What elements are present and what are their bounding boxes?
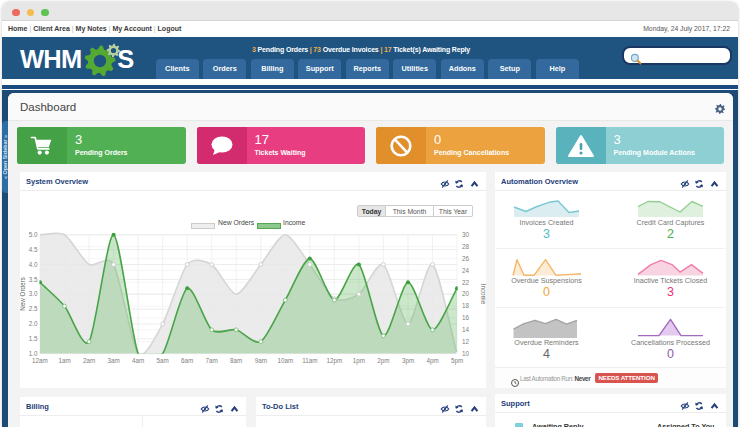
svg-text:1.0: 1.0 [29,350,38,357]
svg-text:22: 22 [462,279,470,286]
svg-text:Overdue Reminders: Overdue Reminders [514,338,579,347]
svg-text:4am: 4am [132,357,144,364]
svg-text:3pm: 3pm [402,357,414,365]
svg-text:Inactive Tickets Closed: Inactive Tickets Closed [634,276,708,285]
svg-text:2.0: 2.0 [29,320,38,327]
svg-text:0: 0 [543,285,550,299]
svg-text:9am: 9am [255,357,267,364]
svg-text:Cancellations Processed: Cancellations Processed [631,338,710,347]
svg-text:5.0: 5.0 [29,231,38,238]
svg-text:3.5: 3.5 [29,276,38,283]
svg-text:3.0: 3.0 [29,290,38,297]
svg-text:3am: 3am [107,357,119,364]
svg-text:11am: 11am [302,357,317,364]
svg-text:1pm: 1pm [353,357,365,365]
svg-text:4pm: 4pm [426,357,438,365]
svg-text:« Open Sidebar »: « Open Sidebar » [2,135,8,179]
svg-text:16: 16 [462,314,470,321]
svg-text:4.0: 4.0 [29,261,38,268]
svg-text:10: 10 [462,350,470,357]
svg-text:28: 28 [462,243,470,250]
svg-text:2: 2 [667,227,674,241]
svg-text:Credit Card Captures: Credit Card Captures [637,218,705,227]
svg-text:Overdue Suspensions: Overdue Suspensions [511,276,582,285]
svg-text:5pm: 5pm [451,357,463,365]
svg-text:4: 4 [543,347,550,361]
svg-text:20: 20 [462,290,470,297]
svg-text:1.5: 1.5 [29,335,38,342]
svg-text:30: 30 [462,231,470,238]
svg-text:1am: 1am [58,357,70,364]
svg-text:12: 12 [462,338,470,345]
svg-text:2.5: 2.5 [29,305,38,312]
svg-text:24: 24 [462,267,470,274]
svg-text:6am: 6am [181,357,193,364]
svg-text:12pm: 12pm [327,357,343,365]
svg-text:5am: 5am [157,357,169,364]
svg-text:3: 3 [667,285,674,299]
svg-text:3: 3 [543,227,550,241]
svg-text:18: 18 [462,302,470,309]
svg-text:7am: 7am [206,357,218,364]
svg-text:14: 14 [462,326,470,333]
svg-text:12am: 12am [32,357,48,364]
svg-text:New Orders: New Orders [20,277,26,311]
svg-text:Invoices Created: Invoices Created [520,218,574,227]
svg-text:10am: 10am [277,357,293,364]
svg-text:26: 26 [462,255,470,262]
svg-text:2am: 2am [83,357,95,364]
svg-text:2pm: 2pm [377,357,389,365]
svg-text:4.5: 4.5 [29,246,38,253]
svg-text:8am: 8am [230,357,242,364]
svg-text:Income: Income [480,284,486,305]
svg-text:0: 0 [667,347,674,361]
